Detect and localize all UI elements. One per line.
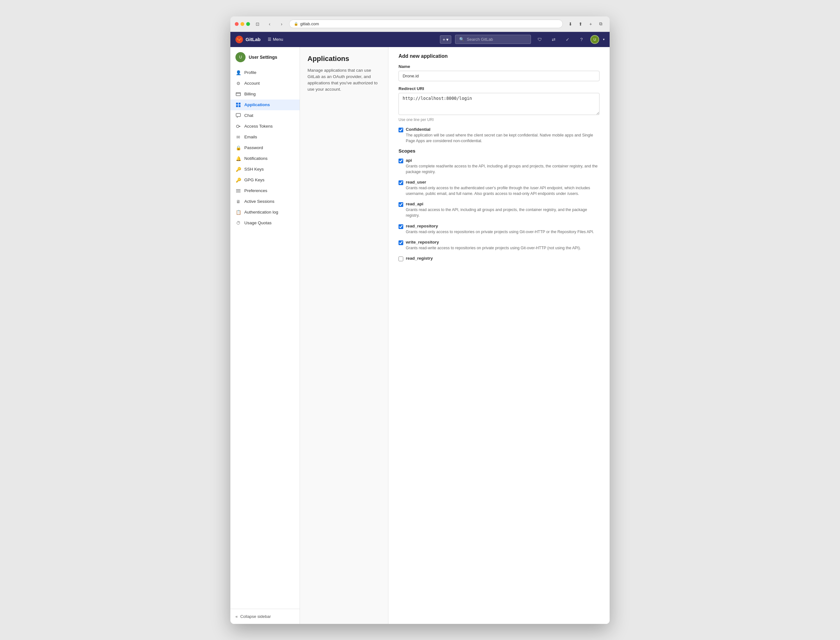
collapse-label: Collapse sidebar xyxy=(240,614,271,619)
sidebar-item-label: Access Tokens xyxy=(244,124,273,128)
scope-label-text-read_api: read_api xyxy=(406,202,600,206)
menu-button[interactable]: ☰ Menu xyxy=(265,35,287,43)
confidential-description: The application will be used where the c… xyxy=(406,132,600,144)
scope-item: apiGrants complete read/write access to … xyxy=(399,158,600,175)
sidebar-item-preferences[interactable]: Preferences xyxy=(230,186,300,196)
sidebar-item-label: GPG Keys xyxy=(244,178,265,182)
main-layout: U User Settings 👤 Profile ⚙ Account xyxy=(230,47,610,624)
scope-checkbox-api[interactable] xyxy=(399,158,403,163)
scope-label-read_api[interactable]: read_apiGrants read access to the API, i… xyxy=(406,202,600,218)
scope-description-read_user: Grants read-only access to the authentic… xyxy=(406,185,600,197)
account-icon: ⚙ xyxy=(236,80,241,86)
sidebar-item-billing[interactable]: Billing xyxy=(230,89,300,99)
shield-icon-button[interactable]: 🛡 xyxy=(535,34,545,45)
scope-checkbox-read_registry[interactable] xyxy=(399,256,403,261)
sidebar-item-label: Active Sessions xyxy=(244,199,274,204)
scope-label-read_repository[interactable]: read_repositoryGrants read-only access t… xyxy=(406,224,594,235)
sidebar-item-notifications[interactable]: 🔔 Notifications xyxy=(230,153,300,164)
plus-icon: + xyxy=(443,37,445,42)
scope-checkbox-read_repository[interactable] xyxy=(399,224,403,229)
new-tab-button[interactable]: + xyxy=(586,19,595,29)
access-tokens-icon xyxy=(236,123,241,129)
redirect-uri-label: Redirect URI xyxy=(399,86,600,91)
gitlab-logo[interactable]: GitLab xyxy=(236,36,261,43)
browser-window: ⊡ ‹ › 🔒 gitlab.com ⬇ ⬆ + ⧉ xyxy=(230,16,610,624)
sidebar-item-label: Applications xyxy=(244,102,270,107)
search-bar[interactable]: 🔍 xyxy=(455,35,531,44)
sidebar-item-auth-log[interactable]: 📋 Authentication log xyxy=(230,207,300,218)
scope-label-write_repository[interactable]: write_repositoryGrants read-write access… xyxy=(406,240,581,251)
tab-overview-button[interactable]: ⧉ xyxy=(596,19,605,29)
sidebar-item-label: SSH Keys xyxy=(244,167,264,171)
sidebar-item-gpg-keys[interactable]: 🔑 GPG Keys xyxy=(230,175,300,186)
scope-label-read_user[interactable]: read_userGrants read-only access to the … xyxy=(406,180,600,197)
form-section-title: Add new application xyxy=(399,53,600,59)
confidential-label[interactable]: Confidential The application will be use… xyxy=(406,127,600,144)
chevron-down-icon: ▾ xyxy=(446,37,449,42)
scope-checkbox-row-read_user: read_userGrants read-only access to the … xyxy=(399,180,600,197)
sidebar-item-label: Billing xyxy=(244,91,256,96)
menu-label: Menu xyxy=(273,37,284,42)
sidebar-toggle-button[interactable]: ⊡ xyxy=(253,19,262,29)
scope-description-write_repository: Grants read-write access to repositories… xyxy=(406,245,581,251)
sidebar-footer: « Collapse sidebar xyxy=(230,609,300,624)
sidebar-item-usage-quotas[interactable]: ⏱ Usage Quotas xyxy=(230,218,300,229)
download-button[interactable]: ⬇ xyxy=(566,19,575,29)
sidebar-item-emails[interactable]: ✉ Emails xyxy=(230,132,300,142)
create-new-button[interactable]: + ▾ xyxy=(440,35,451,43)
svg-rect-2 xyxy=(236,102,238,104)
svg-rect-3 xyxy=(239,102,240,104)
collapse-icon: « xyxy=(236,614,238,619)
svg-rect-4 xyxy=(236,105,238,107)
browser-chrome: ⊡ ‹ › 🔒 gitlab.com ⬇ ⬆ + ⧉ xyxy=(230,16,610,32)
sidebar-item-label: Chat xyxy=(244,113,253,118)
scope-label-text-read_user: read_user xyxy=(406,180,600,184)
user-settings-avatar: U xyxy=(236,52,245,62)
preferences-icon xyxy=(236,188,241,194)
back-button[interactable]: ‹ xyxy=(265,19,274,29)
collapse-sidebar-button[interactable]: « Collapse sidebar xyxy=(236,613,271,620)
sidebar-item-applications[interactable]: Applications xyxy=(230,99,300,110)
content-description-panel: Applications Manage applications that ca… xyxy=(300,47,388,624)
scope-checkbox-write_repository[interactable] xyxy=(399,240,403,245)
help-button[interactable]: ? xyxy=(576,34,587,45)
sidebar-item-account[interactable]: ⚙ Account xyxy=(230,78,300,89)
confidential-label-text: Confidential xyxy=(406,127,600,132)
close-traffic-light[interactable] xyxy=(235,22,239,26)
confidential-checkbox[interactable] xyxy=(399,128,403,132)
sidebar-item-chat[interactable]: Chat xyxy=(230,110,300,121)
sidebar-item-profile[interactable]: 👤 Profile xyxy=(230,67,300,78)
merge-request-button[interactable]: ⇄ xyxy=(548,34,559,45)
redirect-uri-input[interactable] xyxy=(399,93,600,115)
sidebar-item-password[interactable]: 🔒 Password xyxy=(230,142,300,153)
scope-checkbox-row-read_repository: read_repositoryGrants read-only access t… xyxy=(399,224,600,235)
scope-label-text-api: api xyxy=(406,158,600,163)
sidebar-item-label: Profile xyxy=(244,70,256,75)
minimize-traffic-light[interactable] xyxy=(240,22,244,26)
svg-rect-6 xyxy=(236,114,240,117)
name-label: Name xyxy=(399,64,600,69)
sidebar-item-ssh-keys[interactable]: 🔑 SSH Keys xyxy=(230,164,300,175)
scope-label-read_registry[interactable]: read_registry xyxy=(406,256,433,261)
content-form-panel: Add new application Name Redirect URI Us… xyxy=(388,47,610,624)
sidebar-item-active-sessions[interactable]: 🖥 Active Sessions xyxy=(230,196,300,207)
content-area: Applications Manage applications that ca… xyxy=(300,47,610,624)
address-bar[interactable]: 🔒 gitlab.com xyxy=(289,19,563,28)
scope-item: write_repositoryGrants read-write access… xyxy=(399,240,600,251)
share-button[interactable]: ⬆ xyxy=(576,19,585,29)
name-input[interactable] xyxy=(399,71,600,81)
sidebar-item-label: Authentication log xyxy=(244,210,278,214)
scopes-title: Scopes xyxy=(399,148,600,154)
page-title: Applications xyxy=(308,54,380,63)
user-avatar-button[interactable]: U xyxy=(590,35,599,44)
search-input[interactable] xyxy=(467,37,527,42)
scope-checkbox-read_api[interactable] xyxy=(399,202,403,207)
scope-checkbox-read_user[interactable] xyxy=(399,180,403,185)
ssh-keys-icon: 🔑 xyxy=(236,166,241,172)
sidebar-title: User Settings xyxy=(249,54,277,60)
todo-button[interactable]: ✓ xyxy=(563,34,573,45)
forward-button[interactable]: › xyxy=(277,19,286,29)
maximize-traffic-light[interactable] xyxy=(246,22,250,26)
scope-label-api[interactable]: apiGrants complete read/write access to … xyxy=(406,158,600,175)
sidebar-item-access-tokens[interactable]: Access Tokens xyxy=(230,121,300,132)
